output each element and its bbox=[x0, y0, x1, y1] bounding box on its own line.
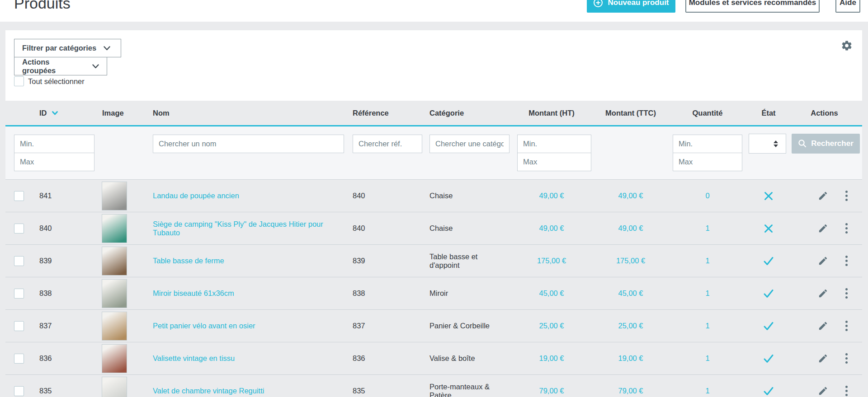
product-name-link[interactable]: Miroir biseauté 61x36cm bbox=[153, 289, 347, 298]
row-checkbox[interactable] bbox=[14, 289, 24, 299]
product-quantity: 1 bbox=[665, 289, 750, 298]
filter-by-categories-dropdown[interactable]: Filtrer par catégories bbox=[14, 39, 121, 57]
product-amount-ttc: 19,00 € bbox=[597, 354, 665, 363]
filter-quantity-max-input[interactable] bbox=[673, 153, 742, 171]
product-id: 839 bbox=[29, 257, 92, 265]
product-category: Chaise bbox=[424, 191, 506, 200]
product-category: Valise & boîte bbox=[424, 354, 506, 363]
table-row: 840 Siège de camping "Kiss Ply" de Jacqu… bbox=[5, 212, 862, 244]
product-reference: 837 bbox=[347, 322, 424, 330]
edit-pencil-icon[interactable] bbox=[818, 321, 828, 331]
edit-pencil-icon[interactable] bbox=[818, 256, 828, 266]
settings-gear-icon[interactable] bbox=[841, 40, 853, 51]
product-thumbnail[interactable] bbox=[102, 247, 127, 276]
column-header-amount-ttc: Montant (TTC) bbox=[597, 109, 665, 117]
status-disabled-icon[interactable] bbox=[763, 190, 774, 202]
edit-pencil-icon[interactable] bbox=[818, 288, 828, 299]
row-menu-kebab-icon[interactable] bbox=[844, 287, 849, 299]
search-button-label: Rechercher bbox=[811, 139, 854, 148]
help-button[interactable]: Aide bbox=[835, 0, 860, 13]
filter-id-max-input[interactable] bbox=[14, 153, 94, 171]
product-name-link[interactable]: Landau de poupée ancien bbox=[153, 191, 347, 200]
product-amount-ttc: 79,00 € bbox=[597, 387, 665, 395]
product-amount-ht: 79,00 € bbox=[506, 387, 597, 395]
select-all-checkbox[interactable] bbox=[14, 76, 24, 86]
product-thumbnail[interactable] bbox=[102, 312, 127, 341]
product-amount-ht: 175,00 € bbox=[506, 257, 597, 265]
product-name-link[interactable]: Valet de chambre vintage Reguitti bbox=[153, 387, 347, 395]
sort-desc-icon[interactable] bbox=[52, 111, 58, 115]
new-product-label: Nouveau produit bbox=[608, 0, 669, 7]
product-amount-ttc: 49,00 € bbox=[597, 224, 665, 233]
row-menu-kebab-icon[interactable] bbox=[844, 255, 849, 267]
row-menu-kebab-icon[interactable] bbox=[844, 222, 849, 234]
grouped-actions-dropdown[interactable]: Actions groupées bbox=[14, 57, 107, 75]
product-quantity: 1 bbox=[665, 354, 750, 363]
product-amount-ttc: 25,00 € bbox=[597, 322, 665, 330]
table-row: 835 Valet de chambre vintage Reguitti 83… bbox=[5, 374, 862, 397]
status-enabled-icon[interactable] bbox=[763, 320, 774, 332]
product-name-link[interactable]: Siège de camping "Kiss Ply" de Jacques H… bbox=[153, 220, 347, 237]
edit-pencil-icon[interactable] bbox=[818, 191, 828, 201]
product-category: Chaise bbox=[424, 224, 506, 233]
row-checkbox[interactable] bbox=[14, 354, 24, 364]
product-name-link[interactable]: Table basse de ferme bbox=[153, 257, 347, 265]
product-amount-ttc: 45,00 € bbox=[597, 289, 665, 298]
new-product-button[interactable]: Nouveau produit bbox=[587, 0, 675, 13]
product-reference: 840 bbox=[347, 191, 424, 200]
filter-name-input[interactable] bbox=[153, 135, 344, 153]
product-name-link[interactable]: Valisette vintage en tissu bbox=[153, 354, 347, 363]
filter-amount-min-input[interactable] bbox=[517, 135, 591, 153]
row-checkbox[interactable] bbox=[14, 224, 24, 234]
column-header-name: Nom bbox=[147, 109, 347, 117]
top-header-bar: Produits Nouveau produit Modules et serv… bbox=[0, 0, 868, 22]
row-checkbox[interactable] bbox=[14, 386, 24, 396]
status-enabled-icon[interactable] bbox=[763, 288, 774, 299]
product-amount-ttc: 49,00 € bbox=[597, 191, 665, 200]
product-name-link[interactable]: Petit panier vélo avant en osier bbox=[153, 322, 347, 330]
table-row: 841 Landau de poupée ancien 840 Chaise 4… bbox=[5, 179, 862, 212]
filter-id-min-input[interactable] bbox=[14, 135, 94, 153]
status-enabled-icon[interactable] bbox=[763, 255, 774, 267]
filter-amount-max-input[interactable] bbox=[517, 153, 591, 171]
row-checkbox[interactable] bbox=[14, 321, 24, 331]
product-id: 835 bbox=[29, 387, 92, 395]
grouped-actions-label: Actions groupées bbox=[22, 58, 85, 75]
edit-pencil-icon[interactable] bbox=[818, 386, 828, 396]
filter-category-input[interactable] bbox=[429, 135, 509, 153]
row-menu-kebab-icon[interactable] bbox=[844, 190, 849, 202]
product-thumbnail[interactable] bbox=[102, 377, 127, 397]
edit-pencil-icon[interactable] bbox=[818, 223, 828, 234]
table-header-row: ID Image Nom Référence Catégorie Montant… bbox=[5, 101, 862, 125]
product-amount-ht: 49,00 € bbox=[506, 224, 597, 233]
product-quantity: 1 bbox=[665, 224, 750, 233]
status-disabled-icon[interactable] bbox=[763, 223, 774, 234]
edit-pencil-icon[interactable] bbox=[818, 353, 828, 364]
product-thumbnail[interactable] bbox=[102, 182, 127, 210]
status-enabled-icon[interactable] bbox=[763, 385, 774, 397]
status-enabled-icon[interactable] bbox=[763, 353, 774, 364]
recommended-modules-button[interactable]: Modules et services recommandés bbox=[685, 0, 820, 13]
filter-reference-input[interactable] bbox=[353, 135, 422, 153]
filter-status-select[interactable] bbox=[749, 134, 786, 154]
product-thumbnail[interactable] bbox=[102, 279, 127, 308]
filter-quantity-min-input[interactable] bbox=[673, 135, 742, 153]
product-thumbnail[interactable] bbox=[102, 214, 127, 243]
search-icon bbox=[798, 139, 807, 148]
column-header-reference: Référence bbox=[347, 109, 424, 117]
product-id: 841 bbox=[29, 191, 92, 200]
row-menu-kebab-icon[interactable] bbox=[844, 320, 849, 332]
column-header-id[interactable]: ID bbox=[29, 109, 92, 117]
row-menu-kebab-icon[interactable] bbox=[844, 352, 849, 364]
filter-by-categories-label: Filtrer par catégories bbox=[22, 44, 96, 52]
column-header-amount-ht: Montant (HT) bbox=[506, 109, 597, 117]
product-reference: 839 bbox=[347, 257, 424, 265]
product-thumbnail[interactable] bbox=[102, 344, 127, 373]
products-page: Produits Nouveau produit Modules et serv… bbox=[0, 0, 868, 397]
search-button[interactable]: Rechercher bbox=[792, 134, 860, 154]
row-checkbox[interactable] bbox=[14, 256, 24, 266]
recommended-modules-label: Modules et services recommandés bbox=[689, 0, 816, 7]
row-menu-kebab-icon[interactable] bbox=[844, 385, 849, 397]
table-body: 841 Landau de poupée ancien 840 Chaise 4… bbox=[5, 179, 862, 397]
row-checkbox[interactable] bbox=[14, 191, 24, 201]
